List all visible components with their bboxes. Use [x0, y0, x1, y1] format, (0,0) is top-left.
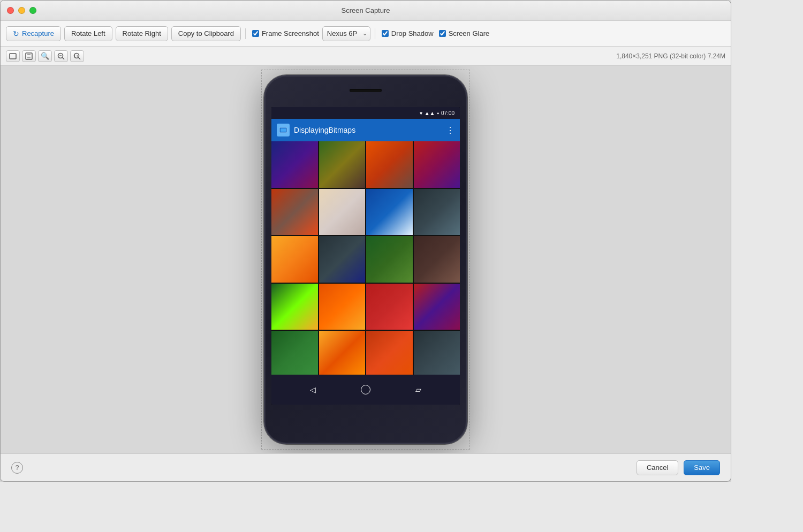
zoom-in-button[interactable]: 🔍: [38, 50, 52, 62]
photo-2[interactable]: [319, 141, 366, 188]
main-toolbar: ↻ Recapture Rotate Left Rotate Right Cop…: [1, 21, 731, 47]
zoom-out-button[interactable]: [54, 50, 68, 62]
cancel-button[interactable]: Cancel: [637, 460, 678, 475]
app-icon: [277, 124, 290, 136]
secondary-toolbar-left: 🔍 1:1: [6, 50, 84, 62]
status-bar: ▾ ▲▲ ▪ 07:00: [271, 107, 460, 119]
rotate-right-button[interactable]: Rotate Right: [116, 26, 168, 41]
screen-content: ▾ ▲▲ ▪ 07:00 Di: [271, 107, 460, 405]
recapture-button[interactable]: ↻ Recapture: [6, 26, 61, 41]
zoom-reset-icon: 1:1: [73, 52, 81, 60]
photo-15[interactable]: [366, 284, 413, 330]
copy-clipboard-button[interactable]: Copy to Clipboard: [171, 26, 241, 41]
photo-1[interactable]: [271, 141, 318, 188]
photo-10[interactable]: [319, 236, 366, 283]
screen-glare-checkbox[interactable]: [439, 30, 446, 37]
help-button[interactable]: ?: [11, 462, 23, 474]
photo-17[interactable]: [271, 331, 318, 375]
volume-up-button: [264, 140, 265, 156]
photo-5[interactable]: [271, 189, 318, 235]
photo-7[interactable]: [366, 189, 413, 235]
phone-screen: ▾ ▲▲ ▪ 07:00 Di: [271, 107, 460, 405]
window-title: Screen Capture: [341, 6, 390, 14]
photo-18[interactable]: [319, 331, 366, 375]
photo-12[interactable]: [414, 236, 460, 283]
home-nav-icon[interactable]: [361, 385, 370, 394]
window-footer: ? Cancel Save: [1, 453, 731, 481]
volume-down-button: [264, 161, 265, 177]
phone-mockup: ▾ ▲▲ ▪ 07:00 Di: [264, 75, 467, 444]
recapture-icon: ↻: [13, 29, 19, 38]
photo-3[interactable]: [366, 141, 413, 188]
svg-line-8: [78, 57, 80, 59]
minimize-button[interactable]: [18, 7, 25, 14]
drop-shadow-label[interactable]: Drop Shadow: [391, 29, 434, 37]
device-select-wrapper[interactable]: Nexus 6P Pixel 2 Galaxy S8 iPhone X: [322, 26, 370, 41]
battery-icon: ▪: [437, 110, 439, 116]
photo-9[interactable]: [271, 236, 318, 283]
save-button[interactable]: Save: [684, 460, 720, 475]
fit-height-icon: [25, 52, 33, 60]
app-title: DisplayingBitmaps: [294, 126, 442, 134]
secondary-toolbar: 🔍 1:1 1,840×3,251 PNG (32-bit color) 7.2…: [1, 47, 731, 66]
time-display: 07:00: [441, 110, 454, 116]
zoom-in-icon: 🔍: [41, 52, 49, 60]
fit-height-button[interactable]: [22, 50, 36, 62]
photo-4[interactable]: [414, 141, 460, 188]
svg-line-5: [62, 57, 64, 59]
title-bar: Screen Capture: [1, 1, 731, 21]
photo-19[interactable]: [366, 331, 413, 375]
more-icon: ⋮: [446, 125, 454, 135]
photo-8[interactable]: [414, 189, 460, 235]
status-icons: ▾ ▲▲ ▪ 07:00: [420, 110, 454, 116]
frame-container: ▾ ▲▲ ▪ 07:00 Di: [261, 70, 470, 450]
photo-14[interactable]: [319, 284, 366, 330]
photo-20[interactable]: [414, 331, 460, 375]
drop-shadow-checkbox[interactable]: [382, 30, 389, 37]
svg-rect-1: [26, 53, 32, 59]
phone-speaker: [350, 89, 382, 92]
photo-grid-area: [271, 141, 460, 375]
frame-screenshot-group: Frame Screenshot: [252, 29, 319, 37]
zoom-reset-button[interactable]: 1:1: [70, 50, 84, 62]
screen-glare-label[interactable]: Screen Glare: [449, 29, 490, 37]
wifi-icon: ▾: [420, 110, 422, 116]
signal-icon: ▲▲: [425, 110, 435, 116]
device-select[interactable]: Nexus 6P Pixel 2 Galaxy S8 iPhone X: [322, 26, 370, 41]
traffic-lights: [7, 7, 36, 14]
maximize-button[interactable]: [29, 7, 36, 14]
photo-13[interactable]: [271, 284, 318, 330]
main-canvas: ▾ ▲▲ ▪ 07:00 Di: [1, 66, 731, 453]
svg-text:1:1: 1:1: [74, 55, 79, 58]
navigation-bar: ◁ ▱: [271, 375, 460, 405]
divider-2: [375, 28, 375, 39]
photo-6[interactable]: [319, 189, 366, 235]
footer-left: ?: [11, 462, 23, 474]
screen-glare-group: Screen Glare: [439, 29, 490, 37]
rotate-left-button[interactable]: Rotate Left: [64, 26, 112, 41]
zoom-out-icon: [57, 52, 65, 60]
photo-grid: [271, 141, 460, 375]
footer-right: Cancel Save: [637, 460, 720, 475]
drop-shadow-group: Drop Shadow: [382, 29, 434, 37]
app-bar: DisplayingBitmaps ⋮: [271, 119, 460, 141]
power-button: [466, 146, 467, 167]
back-nav-icon[interactable]: ◁: [310, 385, 316, 394]
divider-1: [245, 28, 246, 39]
phone-frame: ▾ ▲▲ ▪ 07:00 Di: [264, 75, 467, 444]
photo-16[interactable]: [414, 284, 460, 330]
fit-width-button[interactable]: [6, 50, 20, 62]
close-button[interactable]: [7, 7, 14, 14]
frame-screenshot-checkbox[interactable]: [252, 30, 259, 37]
main-window: Screen Capture ↻ Recapture Rotate Left R…: [0, 0, 731, 482]
recents-nav-icon[interactable]: ▱: [415, 385, 421, 394]
frame-screenshot-label[interactable]: Frame Screenshot: [262, 29, 319, 37]
svg-rect-0: [10, 54, 16, 59]
svg-rect-11: [281, 128, 286, 132]
image-info: 1,840×3,251 PNG (32-bit color) 7.24M: [616, 52, 725, 60]
fit-width-icon: [9, 52, 17, 60]
photo-11[interactable]: [366, 236, 413, 283]
